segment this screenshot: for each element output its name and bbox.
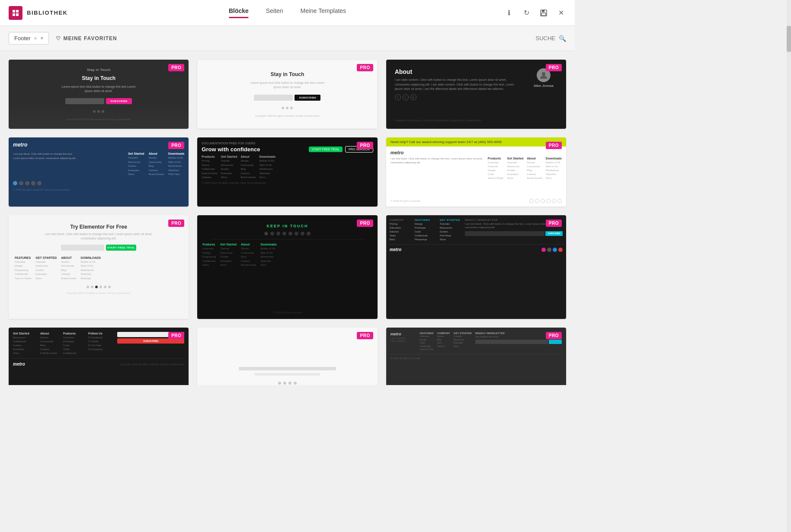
search-area: 🔍: [503, 35, 566, 42]
refresh-icon[interactable]: ↻: [521, 8, 532, 18]
heart-icon: ♡: [56, 35, 61, 41]
svg-point-7: [542, 72, 545, 76]
template-card[interactable]: PRO Try Elementor For Free I am text blo…: [9, 215, 189, 319]
template-card[interactable]: PRO Need help? Call our award-winning su…: [386, 137, 566, 207]
pro-badge: PRO: [546, 332, 562, 339]
toolbar: Footer × ▾ ♡ MEINE FAVORITEN 🔍: [0, 26, 575, 51]
search-icon[interactable]: 🔍: [559, 35, 566, 42]
filter-pill[interactable]: Footer × ▾: [9, 32, 49, 45]
template-card[interactable]: PRO COMPANY PricingEducationSolutionTeam…: [386, 215, 566, 319]
search-input[interactable]: [503, 35, 555, 41]
card-thumbnail: PRO Need help? Call our award-winning su…: [386, 137, 566, 207]
pro-badge: PRO: [168, 220, 184, 227]
card-thumbnail: PRO Try Elementor For Free I am text blo…: [9, 215, 189, 319]
template-card[interactable]: PRO KEEP IN TOUCH f Fe: [197, 215, 377, 319]
card-thumbnail: PRO Get Started ResourcesCollaborateGuid…: [9, 328, 189, 385]
logo-area: BIBLIOTHEK: [9, 6, 67, 20]
tab-meine-templates[interactable]: Meine Templates: [301, 7, 346, 18]
pro-badge: PRO: [168, 142, 184, 149]
svg-rect-6: [541, 13, 546, 16]
favorites-button[interactable]: ♡ MEINE FAVORITEN: [56, 35, 117, 41]
clear-filter-button[interactable]: ×: [34, 35, 37, 41]
pro-badge: PRO: [357, 64, 373, 71]
header-actions: ℹ ↻ ✕: [504, 8, 566, 18]
header: BIBLIOTHEK Blöcke Seiten Meine Templates…: [0, 0, 575, 26]
template-card[interactable]: PRO Stay in Touch Stay in Touch Lorem ip…: [9, 60, 189, 129]
pro-badge: PRO: [168, 332, 184, 339]
pro-badge: PRO: [546, 220, 562, 227]
card-thumbnail: PRO About I am slide content. Click with…: [386, 60, 566, 129]
template-card[interactable]: PRO metro I am text block. Click with bu…: [9, 137, 189, 207]
template-card[interactable]: PRO Company Name. All rights reserved.: [197, 328, 377, 385]
card-thumbnail: PRO metro +01-720-975I am a Metro FEATUR…: [386, 328, 566, 385]
card-thumbnail: PRO KEEP IN TOUCH f Fe: [197, 215, 377, 319]
favorites-label: MEINE FAVORITEN: [64, 35, 117, 41]
card-thumbnail: PRO metro I am text block. Click with bu…: [9, 137, 189, 207]
pro-badge: PRO: [168, 64, 184, 71]
svg-rect-1: [16, 10, 19, 13]
tab-bloecke[interactable]: Blöcke: [229, 7, 249, 18]
card-thumbnail: PRO Stay in Touch Stay in Touch Lorem ip…: [9, 60, 189, 129]
template-card[interactable]: PRO Get Started ResourcesCollaborateGuid…: [9, 328, 189, 385]
pro-badge: PRO: [357, 142, 373, 149]
template-card[interactable]: PRO metro +01-720-975I am a Metro FEATUR…: [386, 328, 566, 385]
card-thumbnail: PRO Stay in Touch Lorem ipsum text click…: [197, 60, 377, 129]
close-icon[interactable]: ✕: [556, 8, 566, 18]
pro-badge: PRO: [546, 142, 562, 149]
pro-badge: PRO: [546, 64, 562, 71]
template-grid: PRO Stay in Touch Stay in Touch Lorem ip…: [9, 60, 566, 385]
svg-rect-3: [16, 13, 19, 16]
tabs-center: Blöcke Seiten Meine Templates: [229, 7, 346, 18]
logo-text: BIBLIOTHEK: [27, 10, 67, 16]
save-icon[interactable]: [538, 8, 549, 18]
info-icon[interactable]: ℹ: [504, 8, 514, 18]
template-card[interactable]: PRO About I am slide content. Click with…: [386, 60, 566, 129]
template-card[interactable]: PRO Stay in Touch Lorem ipsum text click…: [197, 60, 377, 129]
pro-badge: PRO: [357, 332, 373, 339]
svg-rect-0: [13, 10, 15, 13]
template-card[interactable]: PRO DOCUMENTATION FREE FOR USERS Grow wi…: [197, 137, 377, 207]
content-area: PRO Stay in Touch Stay in Touch Lorem ip…: [0, 51, 575, 385]
chevron-down-icon: ▾: [41, 35, 43, 41]
card-thumbnail: PRO DOCUMENTATION FREE FOR USERS Grow wi…: [197, 137, 377, 207]
svg-rect-2: [13, 13, 15, 16]
tab-seiten[interactable]: Seiten: [266, 7, 283, 18]
filter-label: Footer: [14, 35, 31, 41]
svg-rect-5: [542, 10, 544, 12]
pro-badge: PRO: [357, 220, 373, 227]
card-thumbnail: PRO Company Name. All rights reserved.: [197, 328, 377, 385]
card-thumbnail: PRO COMPANY PricingEducationSolutionTeam…: [386, 215, 566, 319]
logo-icon: [9, 6, 22, 20]
